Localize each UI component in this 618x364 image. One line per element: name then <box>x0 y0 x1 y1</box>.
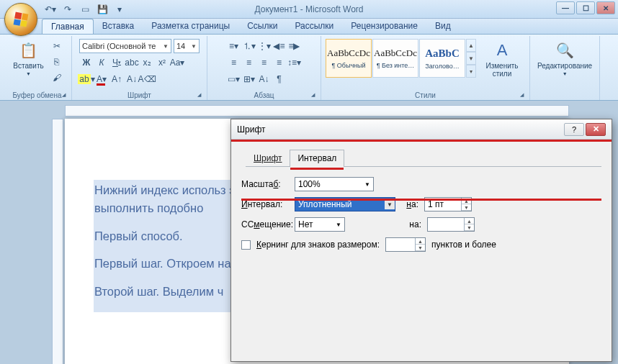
kerning-label: Кернинг для знаков размером: <box>256 240 380 250</box>
ribbon-tabs: Главная Вставка Разметка страницы Ссылки… <box>0 19 618 35</box>
scale-combo[interactable]: 100%▼ <box>295 177 374 191</box>
justify-button[interactable]: ≡ <box>272 55 287 70</box>
row-position: ССмещение: Нет▼ на: ▲▼ <box>241 217 601 232</box>
dialog-close-button[interactable]: ✕ <box>586 123 606 136</box>
superscript-button[interactable]: x² <box>155 55 169 70</box>
kerning-checkbox[interactable] <box>241 240 251 250</box>
cut-button[interactable]: ✂ <box>50 39 64 53</box>
strikethrough-button[interactable]: abc <box>125 55 139 70</box>
redo-button[interactable]: ↷ <box>61 3 75 16</box>
align-right-button[interactable]: ≡ <box>257 55 272 70</box>
group-font-label[interactable]: Шрифт <box>76 90 202 100</box>
position-by-spinner[interactable]: ▲▼ <box>427 217 475 232</box>
dialog-tab-spacing[interactable]: Интервал <box>290 150 344 167</box>
borders-button[interactable]: ⊞▾ <box>242 72 256 86</box>
group-clipboard-label[interactable]: Буфер обмена <box>7 90 67 100</box>
grow-font-button[interactable]: A↑ <box>109 72 124 86</box>
change-styles-button[interactable]: A Изменить стили <box>479 39 525 79</box>
find-icon: 🔍 <box>555 40 575 60</box>
subscript-button[interactable]: x₂ <box>140 55 154 70</box>
spin-down[interactable]: ▼ <box>462 204 471 211</box>
row-kerning: Кернинг для знаков размером: ▲▼ пунктов … <box>241 237 601 252</box>
undo-button[interactable]: ↶▾ <box>43 3 58 16</box>
new-doc-button[interactable]: ▭ <box>78 3 92 16</box>
position-label: ССмещение: <box>241 219 289 229</box>
group-paragraph: ≡▾ ⒈▾ ⋮▾ ◀≡ ≡▶ ≡ ≡ ≡ ≡ ↕≡▾ ▭▾ ⊞▾ A↓ ¶ Аб… <box>207 36 321 100</box>
bold-button[interactable]: Ж <box>79 55 94 70</box>
spacing-by-label: на: <box>401 199 418 209</box>
maximize-button[interactable]: ☐ <box>576 1 595 14</box>
paste-button[interactable]: 📋 Вставить ▼ <box>10 39 46 78</box>
title-bar: ↶▾ ↷ ▭ 💾 ▾ Документ1 - Microsoft Word — … <box>0 0 618 19</box>
clipboard-icon: 📋 <box>18 40 38 60</box>
group-editing: 🔍 Редактирование ▼ <box>530 36 600 100</box>
increase-indent-button[interactable]: ≡▶ <box>287 39 302 53</box>
italic-button[interactable]: К <box>94 55 109 70</box>
close-window-button[interactable]: ✕ <box>596 1 615 14</box>
tab-insert[interactable]: Вставка <box>94 19 143 34</box>
dialog-title-text: Шрифт <box>237 124 265 135</box>
style-heading1[interactable]: AaBbCЗаголово… <box>419 39 465 78</box>
font-dialog: Шрифт ? ✕ Шрифт Интервал Масштаб: 100%▼ … <box>230 119 612 362</box>
kerning-suffix: пунктов и более <box>431 240 496 250</box>
shrink-font-button[interactable]: A↓ <box>125 72 139 86</box>
multilevel-button[interactable]: ⋮▾ <box>257 39 272 53</box>
style-more[interactable]: ▾ <box>466 65 476 78</box>
numbering-button[interactable]: ⒈▾ <box>242 39 256 53</box>
style-gallery[interactable]: AaBbCcDc¶ Обычный AaBbCcDc¶ Без инте… Aa… <box>326 39 476 78</box>
font-color-button[interactable]: A▾ <box>94 72 109 86</box>
kerning-spinner[interactable]: ▲▼ <box>385 237 426 252</box>
font-name-combo[interactable]: Calibri (Основной те▼ <box>79 39 171 53</box>
dialog-tabs: Шрифт Интервал <box>246 149 601 167</box>
office-button[interactable] <box>4 3 37 36</box>
qat-customize[interactable]: ▾ <box>112 3 127 16</box>
tab-home[interactable]: Главная <box>42 19 94 34</box>
show-hide-button[interactable]: ¶ <box>272 72 287 86</box>
group-paragraph-label[interactable]: Абзац <box>212 90 316 100</box>
change-case-button[interactable]: Aa▾ <box>170 55 184 70</box>
change-styles-icon: A <box>492 40 512 60</box>
group-styles-label[interactable]: Стили <box>326 90 525 100</box>
sort-button[interactable]: A↓ <box>257 72 272 86</box>
group-styles: AaBbCcDc¶ Обычный AaBbCcDc¶ Без инте… Aa… <box>321 36 530 100</box>
highlight-button[interactable]: ab▾ <box>79 72 94 86</box>
minimize-button[interactable]: — <box>556 1 575 14</box>
style-no-spacing[interactable]: AaBbCcDc¶ Без инте… <box>372 39 418 78</box>
shading-button[interactable]: ▭▾ <box>227 72 241 86</box>
dialog-tab-font[interactable]: Шрифт <box>246 150 290 167</box>
style-up[interactable]: ▲ <box>466 39 476 52</box>
dialog-help-button[interactable]: ? <box>564 123 584 136</box>
group-font: Calibri (Основной те▼ 14▼ Ж К Ч▾ abc x₂ … <box>72 36 207 100</box>
editing-button[interactable]: 🔍 Редактирование ▼ <box>534 39 595 78</box>
clear-formatting-button[interactable]: A⌫ <box>140 72 154 86</box>
style-down[interactable]: ▼ <box>466 52 476 65</box>
tab-mailings[interactable]: Рассылки <box>286 19 342 34</box>
bullets-button[interactable]: ≡▾ <box>227 39 241 53</box>
tab-view[interactable]: Вид <box>426 19 460 34</box>
underline-button[interactable]: Ч▾ <box>109 55 124 70</box>
vertical-ruler[interactable] <box>52 119 63 364</box>
paste-label: Вставить <box>13 62 43 70</box>
copy-button[interactable]: ⎘ <box>50 55 64 69</box>
decrease-indent-button[interactable]: ◀≡ <box>272 39 287 53</box>
tab-layout[interactable]: Разметка страницы <box>143 19 238 34</box>
tab-references[interactable]: Ссылки <box>238 19 286 34</box>
position-by-label: на: <box>404 219 421 229</box>
dialog-titlebar[interactable]: Шрифт ? ✕ <box>231 119 612 140</box>
spacing-label: Интервал: <box>241 199 289 209</box>
scale-label: Масштаб: <box>241 179 289 189</box>
ribbon: 📋 Вставить ▼ ✂ ⎘ 🖌 Буфер обмена Calibri … <box>0 35 618 101</box>
align-left-button[interactable]: ≡ <box>227 55 241 70</box>
group-clipboard: 📋 Вставить ▼ ✂ ⎘ 🖌 Буфер обмена <box>3 36 72 100</box>
position-combo[interactable]: Нет▼ <box>295 217 345 232</box>
save-button[interactable]: 💾 <box>95 3 109 16</box>
align-center-button[interactable]: ≡ <box>242 55 256 70</box>
highlight-line-2 <box>241 199 601 201</box>
format-painter-button[interactable]: 🖌 <box>50 70 64 85</box>
line-spacing-button[interactable]: ↕≡▾ <box>287 55 302 70</box>
horizontal-ruler[interactable] <box>65 105 569 117</box>
style-normal[interactable]: AaBbCcDc¶ Обычный <box>326 39 372 78</box>
tab-review[interactable]: Рецензирование <box>342 19 426 34</box>
row-scale: Масштаб: 100%▼ <box>241 177 601 191</box>
font-size-combo[interactable]: 14▼ <box>174 39 200 53</box>
